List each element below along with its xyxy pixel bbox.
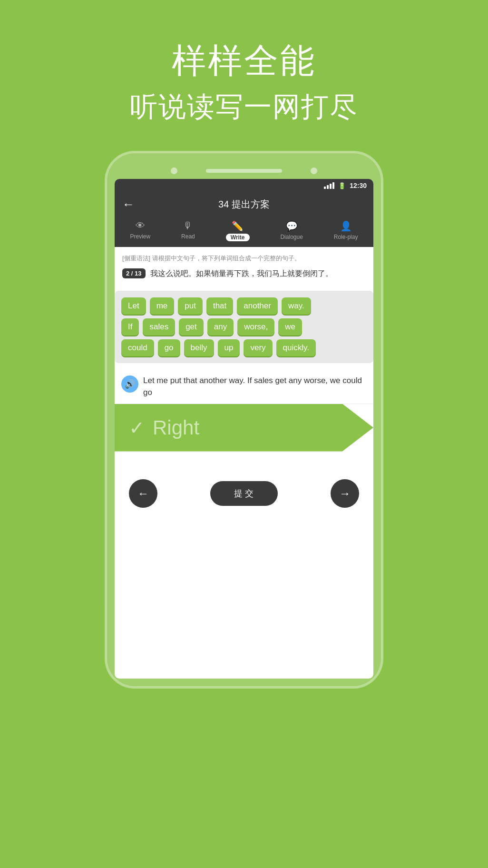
tile-belly[interactable]: belly [184, 339, 214, 356]
word-row-2: If sales get any worse, we [121, 318, 367, 335]
next-arrow-icon: → [339, 487, 351, 500]
tile-very[interactable]: very [244, 339, 272, 356]
tab-roleplay[interactable]: 👤 Role-play [334, 220, 358, 241]
tile-me[interactable]: me [150, 297, 175, 315]
tile-put[interactable]: put [178, 297, 203, 315]
phone-screen: 🔋 12:30 ← 34 提出方案 👁 Preview 🎙 Read [115, 179, 373, 679]
tab-read-label: Read [181, 233, 195, 240]
tile-we[interactable]: we [278, 318, 302, 335]
signal-icon [324, 182, 334, 189]
tile-up[interactable]: up [218, 339, 240, 356]
question-badge: 2 / 13 [122, 268, 146, 278]
phone-shell: 🔋 12:30 ← 34 提出方案 👁 Preview 🎙 Read [106, 152, 382, 687]
signal-bar-2 [327, 185, 329, 189]
result-label: Right [153, 416, 199, 439]
question-header: 2 / 13 我这么说吧。如果销量再下跌，我们马上就要倒闭了。 [122, 268, 366, 279]
phone-top-bar [115, 161, 373, 179]
prev-button[interactable]: ← [129, 479, 157, 508]
tab-preview[interactable]: 👁 Preview [130, 220, 150, 241]
tile-go[interactable]: go [158, 339, 180, 356]
question-text: 我这么说吧。如果销量再下跌，我们马上就要倒闭了。 [150, 268, 333, 279]
answer-area: 🔊 Let me put that another way. If sales … [115, 370, 373, 404]
answer-text: Let me put that another way. If sales ge… [143, 375, 367, 399]
tab-write[interactable]: ✏️ Write [226, 220, 250, 241]
tile-sales[interactable]: sales [143, 318, 175, 335]
signal-bar-3 [330, 184, 332, 189]
battery-icon: 🔋 [338, 182, 346, 189]
tab-write-label: Write [226, 234, 250, 241]
tab-dialogue[interactable]: 💬 Dialogue [280, 220, 303, 241]
status-bar: 🔋 12:30 [115, 179, 373, 192]
bottom-nav-bar: ← 提 交 → [115, 471, 373, 516]
phone-dot-left [171, 168, 177, 174]
roleplay-icon: 👤 [340, 220, 352, 232]
tab-dialogue-label: Dialogue [280, 234, 303, 240]
word-tiles-area: Let me put that another way. If sales ge… [115, 291, 373, 363]
word-row-3: could go belly up very quickly. [121, 339, 367, 356]
preview-icon: 👁 [136, 220, 145, 231]
next-button[interactable]: → [331, 479, 359, 508]
tab-read[interactable]: 🎙 Read [181, 220, 195, 241]
tile-get[interactable]: get [179, 318, 204, 335]
tile-let[interactable]: Let [121, 297, 146, 315]
tile-another[interactable]: another [237, 297, 278, 315]
app-nav-header: ← 34 提出方案 [115, 192, 373, 217]
word-row-1: Let me put that another way. [121, 297, 367, 315]
tab-preview-label: Preview [130, 233, 150, 240]
phone-speaker [206, 169, 282, 173]
speaker-button[interactable]: 🔊 [121, 375, 138, 393]
tile-could[interactable]: could [121, 339, 154, 356]
tile-if[interactable]: If [121, 318, 139, 335]
status-time: 12:30 [350, 182, 367, 189]
screen-title: 34 提出方案 [218, 198, 270, 211]
phone-bottom-spacer [115, 452, 373, 471]
back-button[interactable]: ← [122, 197, 135, 212]
tab-roleplay-label: Role-play [334, 234, 358, 240]
tile-quickly[interactable]: quickly. [276, 339, 316, 356]
submit-button[interactable]: 提 交 [210, 481, 277, 506]
phone-device: 🔋 12:30 ← 34 提出方案 👁 Preview 🎙 Read [106, 152, 382, 687]
app-header-text: 样样全能 听说读写一网打尽 [0, 0, 488, 126]
signal-bar-4 [332, 182, 334, 189]
dialogue-icon: 💬 [286, 220, 298, 232]
signal-bar-1 [324, 187, 326, 189]
nav-tabs-bar: 👁 Preview 🎙 Read ✏️ Write 💬 Dialogue 👤 [115, 217, 373, 247]
check-icon: ✓ [129, 417, 145, 439]
write-icon: ✏️ [232, 220, 244, 232]
tile-worse[interactable]: worse, [237, 318, 274, 335]
tile-any[interactable]: any [207, 318, 234, 335]
phone-dot-right [311, 168, 317, 174]
read-icon: 🎙 [183, 220, 193, 231]
result-banner: ✓ Right [115, 404, 373, 452]
instruction-text: [侧重语法] 请根据中文句子，将下列单词组合成一个完整的句子。 [122, 254, 366, 263]
tile-way[interactable]: way. [282, 297, 311, 315]
content-area: [侧重语法] 请根据中文句子，将下列单词组合成一个完整的句子。 2 / 13 我… [115, 247, 373, 291]
tile-that[interactable]: that [206, 297, 233, 315]
prev-arrow-icon: ← [137, 487, 149, 500]
app-title: 样样全能 [0, 38, 488, 84]
app-subtitle: 听说读写一网打尽 [0, 89, 488, 126]
